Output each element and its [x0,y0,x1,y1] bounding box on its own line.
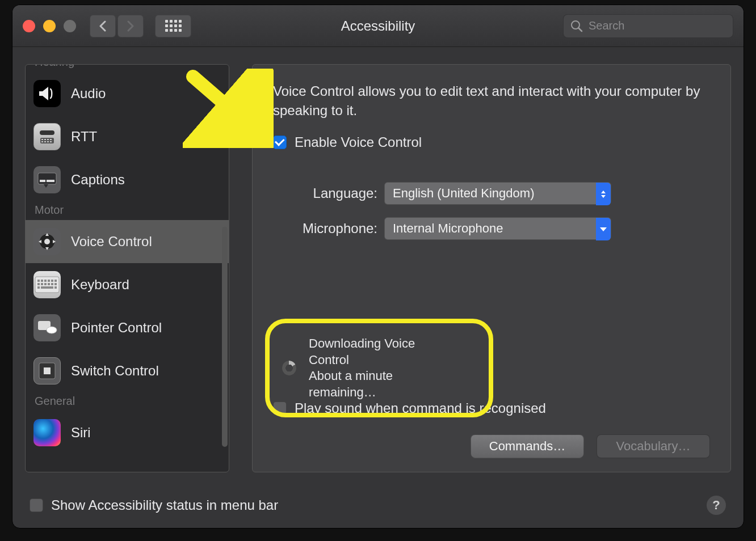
download-status-line2: About a minute remaining… [309,368,458,400]
sidebar-item-rtt[interactable]: RTT [26,115,229,158]
section-header-motor: Motor [26,201,229,220]
sidebar-scroll: Hearing Audio RTT [26,64,229,472]
menubar-status-checkbox[interactable] [30,498,43,512]
svg-rect-6 [47,139,49,140]
enable-voice-control-label: Enable Voice Control [295,134,422,150]
button-row: Commands… Vocabulary… [273,434,710,458]
body: Hearing Audio RTT [12,47,744,528]
category-sidebar[interactable]: Hearing Audio RTT [25,64,229,472]
svg-rect-30 [37,286,40,289]
sidebar-item-voice-control[interactable]: Voice Control [26,220,229,263]
grid-icon [165,20,182,32]
sidebar-item-keyboard[interactable]: Keyboard [26,263,229,306]
sidebar-item-siri[interactable]: Siri [26,411,229,454]
close-window-button[interactable] [23,20,35,32]
svg-rect-7 [50,139,52,140]
svg-rect-27 [48,283,50,285]
svg-point-34 [47,327,57,333]
help-button[interactable]: ? [706,495,726,515]
show-all-button[interactable] [155,15,191,37]
columns: Hearing Audio RTT [25,64,731,480]
tty-icon [33,123,61,150]
svg-line-1 [579,28,582,31]
svg-rect-10 [47,141,49,142]
menubar-status-label: Show Accessibility status in menu bar [51,497,278,513]
language-select[interactable]: English (United Kingdom) [384,182,611,205]
sidebar-item-label: Switch Control [71,363,159,379]
download-status-line1: Downloading Voice Control [309,336,458,368]
enable-voice-control-row[interactable]: Enable Voice Control [273,134,710,150]
switch-control-icon [33,357,61,384]
minimize-window-button[interactable] [43,20,56,32]
chevron-right-icon [127,20,135,32]
captions-icon [33,166,61,193]
download-status: Downloading Voice Control About a minute… [309,336,458,400]
svg-rect-4 [41,139,43,140]
fullscreen-window-button[interactable] [64,20,76,32]
voice-control-description: Voice Control allows you to edit text an… [273,82,710,120]
svg-rect-20 [44,280,47,282]
back-button[interactable] [90,15,116,37]
form-rows: Language: English (United Kingdom) Micro… [273,182,710,240]
sidebar-item-label: Pointer Control [71,320,162,336]
svg-rect-23 [54,280,57,282]
forward-button[interactable] [117,15,144,37]
section-header-hearing: Hearing [26,64,229,72]
microphone-value: Internal Microphone [393,221,503,236]
spinner-icon [282,361,296,375]
svg-rect-19 [41,280,43,282]
window-controls [23,20,76,32]
pointer-control-icon [33,314,61,341]
svg-rect-9 [44,141,46,142]
sidebar-item-captions[interactable]: Captions [26,158,229,201]
svg-rect-25 [41,283,43,285]
svg-rect-28 [51,283,53,285]
sidebar-item-switch-control[interactable]: Switch Control [26,349,229,392]
updown-icon [596,183,611,205]
nav-buttons [90,15,144,37]
main-panel: Voice Control allows you to edit text an… [252,64,731,472]
siri-icon [33,419,61,446]
search-field[interactable] [563,14,733,38]
menubar-status-row[interactable]: Show Accessibility status in menu bar [30,497,278,513]
sidebar-item-label: Siri [71,425,91,441]
language-label: Language: [273,185,384,201]
microphone-label: Microphone: [273,221,384,236]
microphone-row: Microphone: Internal Microphone [273,217,710,240]
sidebar-item-pointer-control[interactable]: Pointer Control [26,306,229,349]
svg-rect-22 [51,280,53,282]
svg-rect-8 [41,141,43,142]
download-status-highlight: Downloading Voice Control About a minute… [265,319,493,417]
footer: Show Accessibility status in menu bar ? [25,492,731,518]
speaker-icon [33,80,61,107]
chevron-down-icon [596,218,611,240]
svg-rect-18 [37,280,40,282]
sidebar-wrap: Hearing Audio RTT [25,64,235,480]
section-header-general: General [26,392,229,411]
svg-rect-14 [47,180,54,182]
sidebar-item-label: Voice Control [71,234,152,250]
svg-rect-21 [48,280,50,282]
svg-rect-2 [40,130,54,135]
svg-rect-5 [44,139,46,140]
sidebar-item-label: Audio [71,86,106,102]
svg-rect-36 [44,367,51,374]
commands-button[interactable]: Commands… [471,434,584,458]
titlebar: Accessibility [12,5,744,47]
svg-rect-13 [40,180,45,182]
svg-point-16 [44,239,50,244]
enable-voice-control-checkbox[interactable] [273,136,287,149]
svg-rect-29 [54,283,57,285]
search-icon [570,20,583,32]
voice-control-icon [33,228,61,255]
search-input[interactable] [587,19,733,33]
microphone-select[interactable]: Internal Microphone [384,217,611,240]
language-value: English (United Kingdom) [393,186,534,201]
svg-rect-3 [40,138,54,143]
sidebar-item-audio[interactable]: Audio [26,72,229,115]
sidebar-scrollbar[interactable] [222,227,228,447]
svg-rect-31 [41,286,53,289]
svg-rect-24 [37,283,40,285]
sidebar-item-label: RTT [71,129,97,145]
keyboard-icon [33,271,61,298]
